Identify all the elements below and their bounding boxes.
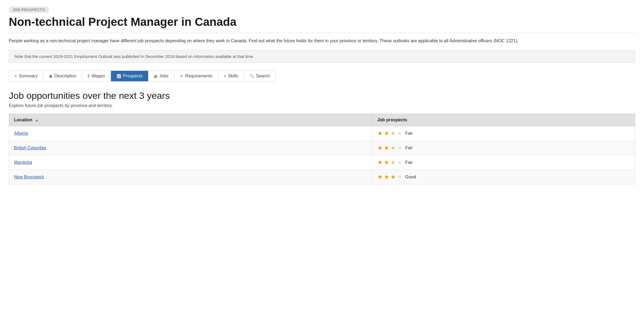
location-cell: British Columbia [9,141,372,155]
wages-tab-icon: $ [88,74,90,78]
prospects-cell: ★★★★Fair [372,126,635,141]
star-4: ★ [397,144,402,152]
description-text: People working as a non-technical projec… [9,37,635,44]
star-2: ★ [384,144,389,152]
tab-skills[interactable]: ≡Skills [218,71,244,81]
stars-container: ★★★★Good [377,173,630,181]
job-prospects-header: Job prospects [372,114,635,126]
location-link[interactable]: New Brunswick [14,175,44,179]
tab-search[interactable]: 🔍Search [244,71,276,81]
prospects-cell: ★★★★Good [372,170,635,184]
star-2: ★ [384,159,389,166]
prospects-table: Location ▲ Job prospects Alberta★★★★Fair… [9,114,635,184]
tab-prospects[interactable]: 📈Prospects [111,71,148,81]
star-4: ★ [397,173,402,181]
stars-container: ★★★★Fair [377,159,630,166]
star-2: ★ [384,130,389,137]
star-4: ★ [397,130,402,137]
table-row: Manitoba★★★★Fair [9,155,635,170]
jobs-tab-label: Jobs [159,74,169,79]
table-row: British Columbia★★★★Fair [9,141,635,155]
star-1: ★ [377,144,383,152]
summary-tab-icon: ≡ [15,74,17,78]
location-cell: Manitoba [9,155,372,170]
tabs-nav: ≡Summary▣Description$Wages📈Prospects▦Job… [9,71,276,82]
star-3: ★ [390,130,396,137]
star-4: ★ [397,159,402,166]
description-tab-icon: ▣ [49,74,52,78]
section-title: Job opportunities over the next 3 years [9,90,635,101]
star-3: ★ [390,159,396,166]
tab-requirements[interactable]: ✔Requirements [174,71,218,81]
summary-tab-label: Summary [19,74,37,79]
tab-description[interactable]: ▣Description [43,71,82,81]
skills-tab-icon: ≡ [224,74,226,78]
section-subtitle: Explore future job prospects by province… [9,103,635,108]
star-3: ★ [390,144,396,152]
sort-arrow-icon: ▲ [35,118,38,122]
stars-container: ★★★★Fair [377,144,630,152]
prospect-label: Fair [405,160,413,165]
star-3: ★ [390,173,396,181]
requirements-tab-icon: ✔ [180,74,183,78]
table-header-row: Location ▲ Job prospects [9,114,635,126]
description-tab-label: Description [54,74,76,79]
table-row: Alberta★★★★Fair [9,126,635,141]
job-prospects-badge: JOB PROSPECTS [9,7,49,13]
page-title: Non-technical Project Manager in Canada [9,16,635,28]
star-1: ★ [377,173,383,181]
search-tab-icon: 🔍 [249,74,254,78]
star-1: ★ [377,159,383,166]
title-divider [9,33,635,33]
star-2: ★ [384,173,389,181]
prospect-label: Fair [405,145,413,150]
stars-container: ★★★★Fair [377,130,630,137]
location-link[interactable]: Alberta [14,131,28,136]
notice-box: Note that the current 2019-2021 Employme… [9,50,635,63]
tab-wages[interactable]: $Wages [82,71,111,81]
wages-tab-label: Wages [91,74,105,79]
location-link[interactable]: British Columbia [14,145,46,150]
location-link[interactable]: Manitoba [14,160,32,165]
table-row: New Brunswick★★★★Good [9,170,635,184]
prospects-cell: ★★★★Fair [372,155,635,170]
requirements-tab-label: Requirements [185,74,213,79]
prospects-cell: ★★★★Fair [372,141,635,155]
search-tab-label: Search [256,74,270,79]
prospect-label: Fair [405,131,413,136]
prospects-tab-icon: 📈 [116,74,121,78]
jobs-tab-icon: ▦ [154,74,157,78]
location-cell: Alberta [9,126,372,141]
skills-tab-label: Skills [228,74,238,79]
tab-jobs[interactable]: ▦Jobs [148,71,174,81]
location-cell: New Brunswick [9,170,372,184]
star-1: ★ [377,130,383,137]
prospect-label: Good [405,175,416,180]
prospects-tab-label: Prospects [123,74,143,79]
tab-summary[interactable]: ≡Summary [9,71,43,81]
location-header: Location ▲ [9,114,372,126]
